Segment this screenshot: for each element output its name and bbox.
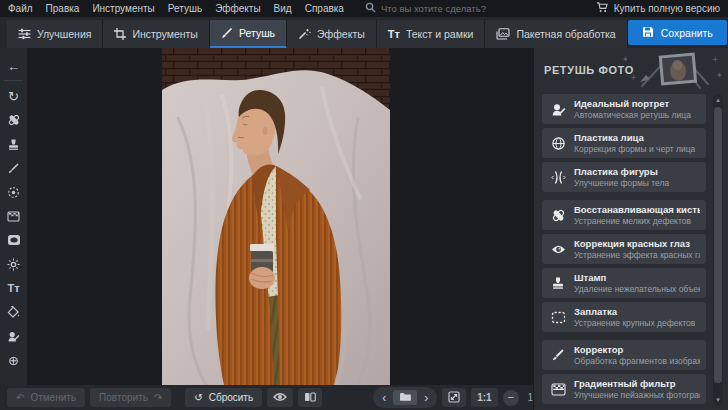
tool-card-ideal-portrait[interactable]: Идеальный портрет Автоматическая ретушь … <box>542 94 706 124</box>
gradient-icon <box>546 383 570 396</box>
tab-enhancements[interactable]: Улучшения <box>7 20 103 48</box>
chevron-left-icon[interactable]: ‹ <box>379 391 389 405</box>
crop-icon <box>114 28 126 40</box>
reset-icon: ↺ <box>194 392 202 403</box>
zoom-out-button[interactable]: − <box>503 390 519 406</box>
search-box[interactable] <box>365 2 531 15</box>
tab-tools[interactable]: Инструменты <box>103 20 209 48</box>
menu-tools[interactable]: Инструменты <box>92 3 154 14</box>
search-input[interactable] <box>381 3 531 14</box>
reset-button[interactable]: ↺ Сбросить <box>185 388 262 407</box>
sliders-icon <box>18 28 31 40</box>
retouch-art-illustration: ✦++✦ <box>620 50 724 96</box>
text-icon: Tт <box>388 28 400 40</box>
brush-icon <box>221 27 233 39</box>
menu-view[interactable]: Вид <box>274 3 292 14</box>
tool-card-patch[interactable]: Заплатка Устранение крупных дефектов <box>542 302 706 332</box>
tool-card-stamp[interactable]: Штамп Удаление нежелательных объектов <box>542 268 706 298</box>
tab-effects[interactable]: Эффекты <box>287 20 377 48</box>
actual-size-button[interactable]: 1:1 <box>471 388 497 407</box>
tool-title: Восстанавливающая кисть <box>574 204 700 215</box>
chevron-right-icon[interactable]: › <box>421 391 431 405</box>
menu-retouch[interactable]: Ретушь <box>168 3 202 14</box>
text-tool-icon[interactable]: Tт <box>0 276 27 300</box>
undo-button[interactable]: ↶ Отменить <box>7 388 85 407</box>
face-mesh-icon <box>546 136 570 151</box>
open-folder-button[interactable] <box>393 390 417 405</box>
compare-before-after-button[interactable] <box>298 388 322 407</box>
figure-icon <box>546 170 570 185</box>
stamp-icon[interactable] <box>0 132 27 156</box>
portrait-retouch-icon[interactable] <box>0 324 27 348</box>
rotate-icon[interactable]: ↻ <box>0 84 27 108</box>
face-mesh-icon[interactable]: ⊕ <box>0 348 27 372</box>
scroll-up-icon[interactable]: ▴ <box>713 94 723 106</box>
tool-card-gradient-filter[interactable]: Градиентный фильтр Улучшение пейзажных ф… <box>542 374 706 404</box>
toolbar-divider <box>4 80 23 81</box>
redo-button[interactable]: Повторить ↷ <box>90 388 171 407</box>
save-button[interactable]: Сохранить <box>628 20 727 45</box>
vignette-icon[interactable] <box>0 228 27 252</box>
photo-man-portrait[interactable] <box>162 48 390 385</box>
tool-card-corrector[interactable]: Корректор Обработка фрагментов изображен… <box>542 340 706 370</box>
corrector-brush-icon[interactable] <box>0 156 27 180</box>
tab-label: Эффекты <box>317 28 365 40</box>
tab-retouch[interactable]: Ретушь <box>210 20 287 48</box>
healing-brush-icon[interactable] <box>0 108 27 132</box>
buy-full-version-link[interactable]: Купить полную версию <box>596 2 720 15</box>
tool-card-figure-plastic[interactable]: Пластика фигуры Улучшение формы тела <box>542 162 706 192</box>
brightness-icon[interactable] <box>0 252 27 276</box>
editing-canvas[interactable] <box>27 48 533 385</box>
gradient-filter-icon[interactable] <box>0 204 27 228</box>
redo-label: Повторить <box>99 392 148 403</box>
menu-help[interactable]: Справка <box>305 3 344 14</box>
save-label: Сохранить <box>661 27 713 39</box>
tab-batch-processing[interactable]: Пакетная обработка <box>485 20 627 48</box>
menu-file[interactable]: Файл <box>8 3 33 14</box>
save-icon <box>642 26 654 40</box>
eye-icon <box>273 392 287 404</box>
retouch-tool-list: Идеальный портрет Автоматическая ретушь … <box>542 94 706 410</box>
tab-label: Инструменты <box>132 28 197 40</box>
tab-label: Ретушь <box>239 27 275 39</box>
scrollbar-thumb[interactable] <box>714 107 722 383</box>
tool-subtitle: Устранение крупных дефектов <box>574 318 695 328</box>
actual-size-label: 1:1 <box>477 392 491 403</box>
back-arrow-icon[interactable]: ← <box>0 54 27 78</box>
redo-icon: ↷ <box>154 392 162 403</box>
bottom-control-bar: ↶ Отменить Повторить ↷ ↺ Сбросить ‹ <box>0 385 533 410</box>
tool-subtitle: Устранение эффекта красных глаз <box>574 250 700 260</box>
batch-icon <box>496 28 510 40</box>
reset-label: Сбросить <box>209 392 253 403</box>
corrector-icon <box>546 348 570 362</box>
stamp-icon <box>546 276 570 290</box>
tool-title: Пластика лица <box>574 132 695 143</box>
red-eye-icon[interactable] <box>0 180 27 204</box>
photo-editor-window: Файл Правка Инструменты Ретушь Эффекты В… <box>0 0 728 410</box>
undo-icon: ↶ <box>16 392 24 403</box>
tool-card-red-eye[interactable]: Коррекция красных глаз Устранение эффект… <box>542 234 706 264</box>
tab-label: Текст и рамки <box>406 28 474 40</box>
tool-card-face-plastic[interactable]: Пластика лица Коррекция формы и черт лиц… <box>542 128 706 158</box>
sidebar-scrollbar[interactable]: ▴ ▾ <box>713 94 723 406</box>
tool-card-healing-brush[interactable]: Восстанавливающая кисть Устранение мелки… <box>542 200 706 230</box>
portrait-icon <box>546 102 570 117</box>
menu-edit[interactable]: Правка <box>46 3 80 14</box>
fit-to-screen-button[interactable] <box>442 388 466 407</box>
tab-label: Пакетная обработка <box>516 28 615 40</box>
tool-title: Корректор <box>574 344 700 355</box>
tool-title: Заплатка <box>574 306 695 317</box>
tool-subtitle: Улучшение формы тела <box>574 178 669 188</box>
left-tool-rail: ← ↻ Tт ⊕ <box>0 48 27 385</box>
mode-tab-bar: Улучшения Инструменты Ретушь Эффекты <box>0 17 728 48</box>
tab-text-frames[interactable]: Tт Текст и рамки <box>377 20 486 48</box>
retouch-sidebar: РЕТУШЬ ФОТО ✦++✦ <box>533 48 728 410</box>
compare-icon <box>304 391 316 405</box>
healing-brush-icon <box>546 208 570 223</box>
menu-effects[interactable]: Эффекты <box>215 3 260 14</box>
tool-subtitle: Устранение мелких дефектов <box>574 216 700 226</box>
show-original-button[interactable] <box>267 388 293 407</box>
svg-text:+: + <box>712 55 719 64</box>
fill-icon[interactable] <box>0 300 27 324</box>
scroll-down-icon[interactable]: ▾ <box>713 394 723 406</box>
